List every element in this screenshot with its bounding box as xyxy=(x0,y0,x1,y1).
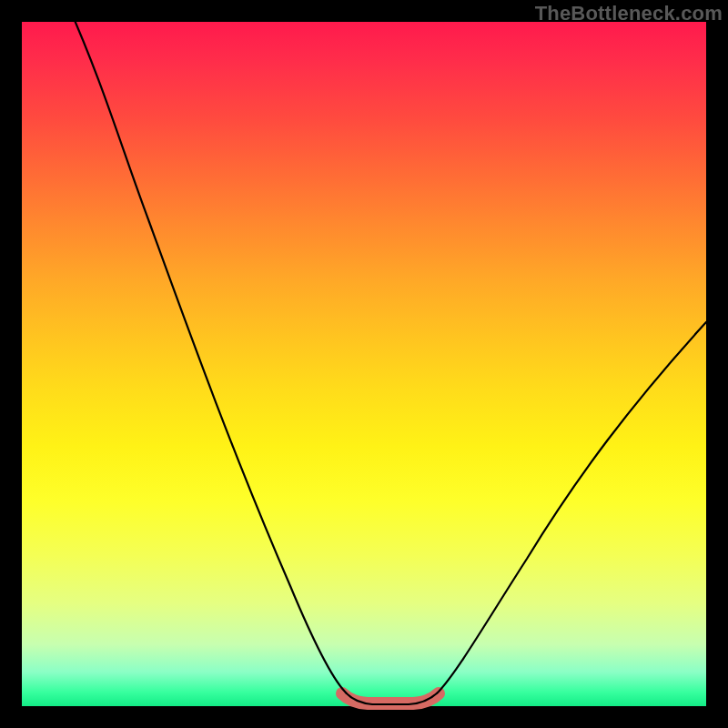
plot-area xyxy=(22,22,706,706)
curve-layer xyxy=(22,22,706,706)
chart-frame: TheBottleneck.com xyxy=(0,0,728,728)
bottleneck-curve xyxy=(67,4,706,704)
